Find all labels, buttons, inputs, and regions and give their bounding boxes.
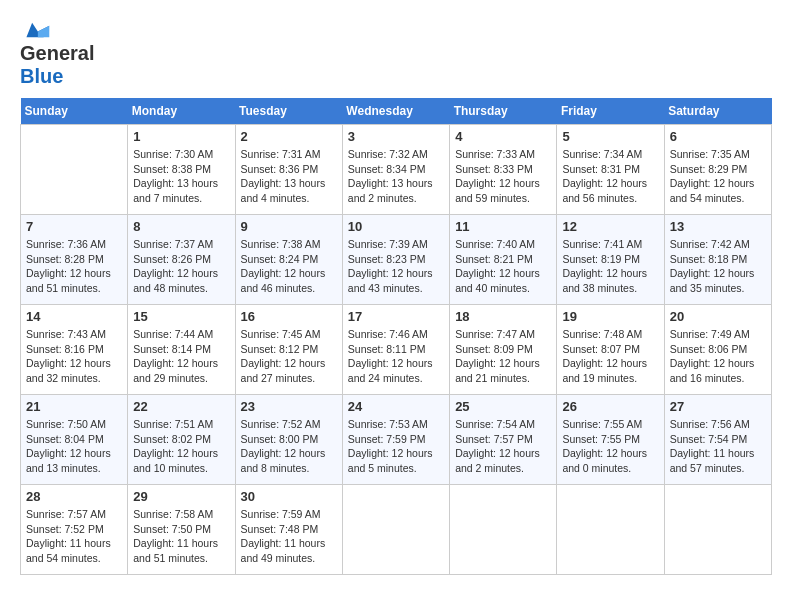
day-number: 7 bbox=[26, 219, 122, 234]
day-info: Sunrise: 7:37 AMSunset: 8:26 PMDaylight:… bbox=[133, 237, 229, 296]
calendar-cell: 13 Sunrise: 7:42 AMSunset: 8:18 PMDaylig… bbox=[664, 215, 771, 305]
day-header-thursday: Thursday bbox=[450, 98, 557, 125]
day-info: Sunrise: 7:41 AMSunset: 8:19 PMDaylight:… bbox=[562, 237, 658, 296]
day-info: Sunrise: 7:30 AMSunset: 8:38 PMDaylight:… bbox=[133, 147, 229, 206]
calendar-cell: 21 Sunrise: 7:50 AMSunset: 8:04 PMDaylig… bbox=[21, 395, 128, 485]
day-info: Sunrise: 7:43 AMSunset: 8:16 PMDaylight:… bbox=[26, 327, 122, 386]
calendar-cell: 5 Sunrise: 7:34 AMSunset: 8:31 PMDayligh… bbox=[557, 125, 664, 215]
calendar-cell bbox=[557, 485, 664, 575]
day-number: 2 bbox=[241, 129, 337, 144]
day-header-tuesday: Tuesday bbox=[235, 98, 342, 125]
day-info: Sunrise: 7:32 AMSunset: 8:34 PMDaylight:… bbox=[348, 147, 444, 206]
day-info: Sunrise: 7:44 AMSunset: 8:14 PMDaylight:… bbox=[133, 327, 229, 386]
calendar-cell: 3 Sunrise: 7:32 AMSunset: 8:34 PMDayligh… bbox=[342, 125, 449, 215]
day-info: Sunrise: 7:53 AMSunset: 7:59 PMDaylight:… bbox=[348, 417, 444, 476]
day-number: 5 bbox=[562, 129, 658, 144]
calendar-cell: 12 Sunrise: 7:41 AMSunset: 8:19 PMDaylig… bbox=[557, 215, 664, 305]
day-number: 6 bbox=[670, 129, 766, 144]
calendar-cell bbox=[450, 485, 557, 575]
calendar-week-4: 28 Sunrise: 7:57 AMSunset: 7:52 PMDaylig… bbox=[21, 485, 772, 575]
logo-text: General Blue bbox=[20, 42, 94, 88]
day-number: 13 bbox=[670, 219, 766, 234]
day-info: Sunrise: 7:38 AMSunset: 8:24 PMDaylight:… bbox=[241, 237, 337, 296]
day-number: 8 bbox=[133, 219, 229, 234]
day-number: 24 bbox=[348, 399, 444, 414]
day-info: Sunrise: 7:48 AMSunset: 8:07 PMDaylight:… bbox=[562, 327, 658, 386]
day-number: 23 bbox=[241, 399, 337, 414]
calendar-cell: 8 Sunrise: 7:37 AMSunset: 8:26 PMDayligh… bbox=[128, 215, 235, 305]
calendar-cell: 30 Sunrise: 7:59 AMSunset: 7:48 PMDaylig… bbox=[235, 485, 342, 575]
day-info: Sunrise: 7:59 AMSunset: 7:48 PMDaylight:… bbox=[241, 507, 337, 566]
day-info: Sunrise: 7:45 AMSunset: 8:12 PMDaylight:… bbox=[241, 327, 337, 386]
day-header-wednesday: Wednesday bbox=[342, 98, 449, 125]
calendar-cell bbox=[21, 125, 128, 215]
calendar-cell: 14 Sunrise: 7:43 AMSunset: 8:16 PMDaylig… bbox=[21, 305, 128, 395]
svg-marker-1 bbox=[38, 26, 49, 37]
calendar-cell: 15 Sunrise: 7:44 AMSunset: 8:14 PMDaylig… bbox=[128, 305, 235, 395]
logo: General Blue bbox=[20, 20, 94, 88]
day-number: 18 bbox=[455, 309, 551, 324]
day-number: 19 bbox=[562, 309, 658, 324]
day-number: 28 bbox=[26, 489, 122, 504]
calendar-cell: 19 Sunrise: 7:48 AMSunset: 8:07 PMDaylig… bbox=[557, 305, 664, 395]
calendar-cell: 1 Sunrise: 7:30 AMSunset: 8:38 PMDayligh… bbox=[128, 125, 235, 215]
day-number: 22 bbox=[133, 399, 229, 414]
day-info: Sunrise: 7:42 AMSunset: 8:18 PMDaylight:… bbox=[670, 237, 766, 296]
calendar-week-3: 21 Sunrise: 7:50 AMSunset: 8:04 PMDaylig… bbox=[21, 395, 772, 485]
calendar-cell: 9 Sunrise: 7:38 AMSunset: 8:24 PMDayligh… bbox=[235, 215, 342, 305]
day-number: 1 bbox=[133, 129, 229, 144]
calendar-cell: 10 Sunrise: 7:39 AMSunset: 8:23 PMDaylig… bbox=[342, 215, 449, 305]
day-number: 17 bbox=[348, 309, 444, 324]
day-number: 9 bbox=[241, 219, 337, 234]
calendar-week-1: 7 Sunrise: 7:36 AMSunset: 8:28 PMDayligh… bbox=[21, 215, 772, 305]
day-info: Sunrise: 7:56 AMSunset: 7:54 PMDaylight:… bbox=[670, 417, 766, 476]
calendar-cell: 17 Sunrise: 7:46 AMSunset: 8:11 PMDaylig… bbox=[342, 305, 449, 395]
day-header-sunday: Sunday bbox=[21, 98, 128, 125]
day-header-friday: Friday bbox=[557, 98, 664, 125]
day-info: Sunrise: 7:34 AMSunset: 8:31 PMDaylight:… bbox=[562, 147, 658, 206]
day-number: 11 bbox=[455, 219, 551, 234]
day-number: 29 bbox=[133, 489, 229, 504]
day-info: Sunrise: 7:36 AMSunset: 8:28 PMDaylight:… bbox=[26, 237, 122, 296]
day-info: Sunrise: 7:54 AMSunset: 7:57 PMDaylight:… bbox=[455, 417, 551, 476]
calendar-week-2: 14 Sunrise: 7:43 AMSunset: 8:16 PMDaylig… bbox=[21, 305, 772, 395]
day-number: 27 bbox=[670, 399, 766, 414]
day-number: 30 bbox=[241, 489, 337, 504]
day-info: Sunrise: 7:58 AMSunset: 7:50 PMDaylight:… bbox=[133, 507, 229, 566]
day-info: Sunrise: 7:51 AMSunset: 8:02 PMDaylight:… bbox=[133, 417, 229, 476]
day-header-monday: Monday bbox=[128, 98, 235, 125]
calendar-cell: 27 Sunrise: 7:56 AMSunset: 7:54 PMDaylig… bbox=[664, 395, 771, 485]
calendar-cell: 2 Sunrise: 7:31 AMSunset: 8:36 PMDayligh… bbox=[235, 125, 342, 215]
day-number: 16 bbox=[241, 309, 337, 324]
day-number: 26 bbox=[562, 399, 658, 414]
logo-icon bbox=[20, 20, 50, 40]
day-info: Sunrise: 7:46 AMSunset: 8:11 PMDaylight:… bbox=[348, 327, 444, 386]
calendar-cell: 24 Sunrise: 7:53 AMSunset: 7:59 PMDaylig… bbox=[342, 395, 449, 485]
day-number: 12 bbox=[562, 219, 658, 234]
day-info: Sunrise: 7:52 AMSunset: 8:00 PMDaylight:… bbox=[241, 417, 337, 476]
day-info: Sunrise: 7:31 AMSunset: 8:36 PMDaylight:… bbox=[241, 147, 337, 206]
day-info: Sunrise: 7:40 AMSunset: 8:21 PMDaylight:… bbox=[455, 237, 551, 296]
calendar-cell: 23 Sunrise: 7:52 AMSunset: 8:00 PMDaylig… bbox=[235, 395, 342, 485]
calendar-cell bbox=[664, 485, 771, 575]
calendar-cell: 4 Sunrise: 7:33 AMSunset: 8:33 PMDayligh… bbox=[450, 125, 557, 215]
day-number: 10 bbox=[348, 219, 444, 234]
calendar-cell: 7 Sunrise: 7:36 AMSunset: 8:28 PMDayligh… bbox=[21, 215, 128, 305]
day-number: 20 bbox=[670, 309, 766, 324]
calendar-cell: 20 Sunrise: 7:49 AMSunset: 8:06 PMDaylig… bbox=[664, 305, 771, 395]
calendar-cell: 28 Sunrise: 7:57 AMSunset: 7:52 PMDaylig… bbox=[21, 485, 128, 575]
day-number: 25 bbox=[455, 399, 551, 414]
day-info: Sunrise: 7:50 AMSunset: 8:04 PMDaylight:… bbox=[26, 417, 122, 476]
calendar-cell: 16 Sunrise: 7:45 AMSunset: 8:12 PMDaylig… bbox=[235, 305, 342, 395]
page-header: General Blue bbox=[20, 20, 772, 88]
calendar-cell bbox=[342, 485, 449, 575]
day-info: Sunrise: 7:35 AMSunset: 8:29 PMDaylight:… bbox=[670, 147, 766, 206]
day-info: Sunrise: 7:39 AMSunset: 8:23 PMDaylight:… bbox=[348, 237, 444, 296]
calendar-cell: 26 Sunrise: 7:55 AMSunset: 7:55 PMDaylig… bbox=[557, 395, 664, 485]
day-number: 21 bbox=[26, 399, 122, 414]
day-header-saturday: Saturday bbox=[664, 98, 771, 125]
day-number: 15 bbox=[133, 309, 229, 324]
calendar-cell: 22 Sunrise: 7:51 AMSunset: 8:02 PMDaylig… bbox=[128, 395, 235, 485]
day-info: Sunrise: 7:47 AMSunset: 8:09 PMDaylight:… bbox=[455, 327, 551, 386]
day-number: 4 bbox=[455, 129, 551, 144]
